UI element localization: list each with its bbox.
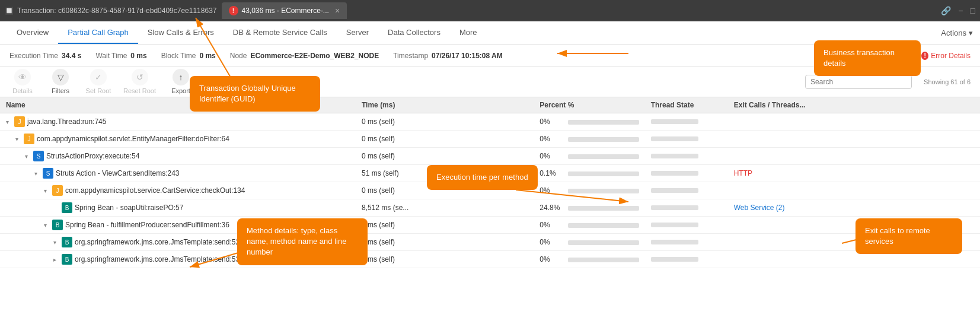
table-row[interactable]: ▾ B org.springframework.jms.core.JmsTemp… [0,234,980,251]
tab-close-button[interactable]: × [335,6,340,15]
tab-item[interactable]: ! 43,036 ms - ECommerce-... × [222,2,347,19]
row-chevron[interactable]: ▾ [34,170,40,177]
row-name-text: com.appdynamicspilot.servlet.EntityManag… [37,135,229,143]
table-row[interactable]: ▸ B org.springframework.jms.core.JmsTemp… [0,251,980,268]
actions-menu[interactable]: Actions ▾ [941,28,973,37]
row-chevron[interactable]: ▸ [53,256,59,263]
metric-links: 📄 This is a Partial Call Graph ! Error D… [816,52,971,60]
table-header-row: Name Time (ms) Percent % Thread State Ex… [0,97,980,113]
export-button[interactable]: ↑ Export [168,69,194,94]
col-header-thread-state[interactable]: Thread State [645,97,728,113]
table-row[interactable]: B Spring Bean - soapUtil:raisePO:57 8,51… [0,199,980,217]
percent-bar [568,154,639,159]
col-header-exit-calls[interactable]: Exit Calls / Threads... [728,97,980,113]
col-header-percent[interactable]: Percent % [534,97,644,113]
node-icon: J [14,116,25,127]
page-wrapper: 🔲 Transaction: c608632c-8875-4587-917d-e… [0,0,980,324]
cell-name: ▾ B Spring Bean - fulfillmentProducer:se… [0,217,356,234]
cell-name: ▾ B org.springframework.jms.core.JmsTemp… [0,234,356,251]
node-icon: B [62,202,72,213]
table-row[interactable]: ▾ J com.appdynamicspilot.service.CartSer… [0,182,980,199]
tab-overview[interactable]: Overview [7,22,58,44]
row-chevron[interactable]: ▾ [44,188,50,194]
cell-name: B Spring Bean - soapUtil:raisePO:57 [0,199,356,217]
cell-exit-calls[interactable] [728,131,980,148]
cell-exit-calls[interactable] [728,148,980,165]
node-icon: B [52,220,63,230]
chevron-down-icon: ▾ [969,28,973,37]
transaction-label: Transaction: c608632c-8875-4587-917d-ebd… [17,7,217,15]
percent-bar [568,120,639,125]
nav-tabs: Overview Partial Call Graph Slow Calls &… [0,21,980,45]
tab-slow-calls[interactable]: Slow Calls & Errors [138,22,224,44]
node-label: Node [230,52,247,60]
maximize-icon[interactable]: □ [971,6,975,15]
minimize-icon[interactable]: − [958,6,963,15]
cell-exit-calls[interactable] [728,234,980,251]
cell-time: 0 ms (self) [356,113,534,131]
cell-time: 8,512 ms (se... [356,199,534,217]
cell-name: ▾ S StrutsActionProxy:execute:54 [0,148,356,165]
col-header-time[interactable]: Time (ms) [356,97,534,113]
cell-exit-calls[interactable] [728,182,980,199]
cell-time: 0 ms (self) [356,148,534,165]
row-chevron[interactable]: ▾ [25,153,31,160]
exit-call-value[interactable]: Web Service (2) [734,204,785,212]
cell-name: ▸ B org.springframework.jms.core.JmsTemp… [0,251,356,268]
partial-call-graph-link[interactable]: 📄 This is a Partial Call Graph [816,52,912,60]
block-time-label: Block Time [161,52,196,60]
tab-data-collectors[interactable]: Data Collectors [378,22,450,44]
timestamp-value: 07/26/17 10:15:08 AM [432,52,503,60]
reset-root-icon: ↺ [132,69,148,85]
cell-percent: 0% [534,131,644,148]
table-row[interactable]: ▾ S Struts Action - ViewCart:sendItems:2… [0,165,980,182]
table-row[interactable]: ▾ B Spring Bean - fulfillmentProducer:se… [0,217,980,234]
cell-thread-state [645,182,728,199]
cell-exit-calls[interactable]: HTTP [728,165,980,182]
cell-percent: 0% [534,182,644,199]
row-chevron[interactable]: ▾ [6,119,12,125]
export-icon: ↑ [173,69,189,85]
filters-button[interactable]: ▽ Filters [47,69,74,94]
cell-exit-calls[interactable]: Web Service (2) [728,199,980,217]
exit-call-value[interactable]: HTTP [734,169,752,177]
tab-db-remote[interactable]: DB & Remote Service Calls [224,22,337,44]
cell-exit-calls[interactable] [728,217,980,234]
cell-exit-calls[interactable] [728,113,980,131]
block-time-value: 0 ms [199,52,215,60]
row-chevron[interactable]: ▾ [44,222,50,228]
percent-bar [568,189,639,193]
cell-percent: 24.8% [534,199,644,217]
cell-percent: 0% [534,251,644,268]
search-input[interactable] [805,75,912,89]
row-name-text: java.lang.Thread:run:745 [27,117,106,126]
cell-thread-state [645,234,728,251]
table-row[interactable]: ▾ S StrutsActionProxy:execute:54 0 ms (s… [0,148,980,165]
set-root-button: ✓ Set Root [85,69,111,94]
row-chevron[interactable]: ▾ [15,136,21,142]
cell-exit-calls[interactable] [728,251,980,268]
table-row[interactable]: ▾ J com.appdynamicspilot.servlet.EntityM… [0,131,980,148]
row-name-text: Spring Bean - soapUtil:raisePO:57 [75,204,183,212]
metrics-bar: Execution Time 34.4 s Wait Time 0 ms Blo… [0,45,980,66]
cell-thread-state [645,199,728,217]
table-row[interactable]: ▾ J java.lang.Thread:run:745 0 ms (self)… [0,113,980,131]
execution-time-label: Execution Time [9,52,58,60]
execution-time-metric: Execution Time 34.4 s [9,52,81,60]
window-controls: 🔗 − □ [941,6,975,15]
wait-time-value: 0 ms [130,52,146,60]
node-value: ECommerce-E2E-Demo_WEB2_NODE [250,52,379,60]
cell-percent: 0.1% [534,165,644,182]
cell-thread-state [645,165,728,182]
wait-time-label: Wait Time [95,52,127,60]
tab-more[interactable]: More [450,22,487,44]
node-icon: J [52,185,63,196]
node-icon: B [62,237,72,247]
tab-partial-call-graph[interactable]: Partial Call Graph [58,22,138,44]
tab-server[interactable]: Server [337,22,378,44]
set-root-icon: ✓ [90,69,107,85]
error-details-link[interactable]: ! Error Details [921,52,971,60]
row-name-text: Spring Bean - fulfillmentProducer:sendFu… [65,221,229,229]
block-time-metric: Block Time 0 ms [161,52,216,60]
row-chevron[interactable]: ▾ [53,239,59,246]
